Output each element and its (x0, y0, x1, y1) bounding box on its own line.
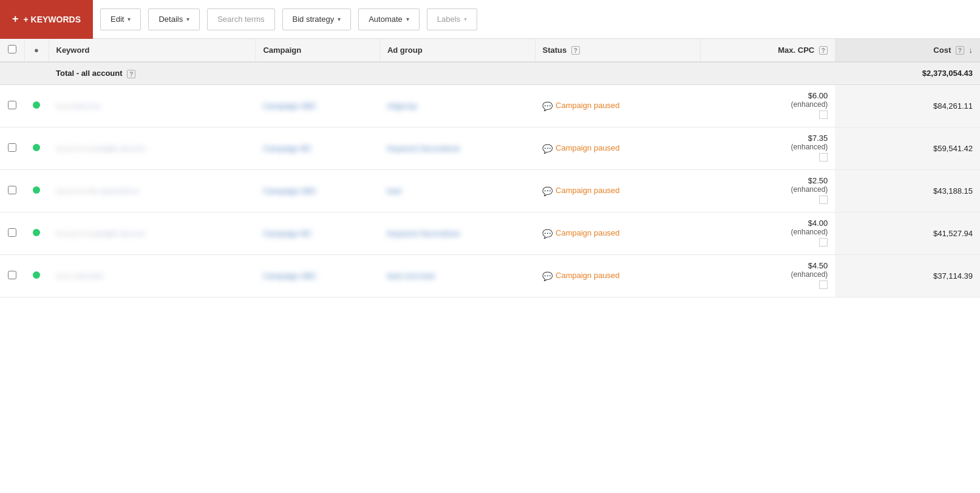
cost-sort-icon[interactable]: ↓ (969, 46, 973, 55)
row2-cost-value: $59,541.42 (933, 144, 973, 153)
row3-cost-value: $43,188.15 (933, 186, 973, 195)
total-maxcpc-cell (701, 62, 835, 84)
row1-adgroup-cell: Adgroup (379, 84, 535, 127)
row2-cpc-enhanced: (enhanced) (708, 143, 828, 151)
row4-status-text: Campaign paused (556, 228, 620, 237)
row5-cpc-amount: $4.50 (708, 261, 828, 270)
row3-status-cell: 💬 Campaign paused (535, 169, 701, 212)
total-status-cell (535, 62, 701, 84)
row1-cpc-edit[interactable] (708, 110, 828, 121)
row5-keyword-cell: kwd cont kwd (49, 254, 256, 297)
row4-checkbox[interactable] (8, 228, 16, 237)
row2-campaign-cell: Campaign BC (256, 127, 380, 169)
row3-cpc-amount: $2.50 (708, 176, 828, 185)
row2-adgroup-text[interactable]: Keyword Secondone (387, 144, 460, 153)
details-button[interactable]: Details ▾ (148, 8, 200, 30)
bid-strategy-arrow-icon: ▾ (338, 16, 341, 22)
row4-cost-cell: $41,527.94 (835, 212, 980, 254)
row4-edit-pencil-icon[interactable] (819, 238, 828, 246)
dot-icon: ● (34, 46, 39, 55)
details-label: Details (158, 15, 183, 24)
row3-status-text: Campaign paused (556, 186, 620, 195)
row3-campaign-text[interactable]: Campaign ABC (263, 186, 317, 195)
row4-campaign-cell: Campaign BC (256, 212, 380, 254)
row3-checkbox-cell (0, 169, 24, 212)
row3-chat-icon: 💬 (542, 186, 553, 196)
keywords-table: ● Keyword Campaign Ad group Status ? Max… (0, 39, 980, 298)
labels-label: Labels (437, 15, 460, 24)
row1-cpc-amount: $6.00 (708, 91, 828, 100)
select-all-checkbox[interactable] (8, 45, 16, 53)
row4-cost-value: $41,527.94 (933, 229, 973, 238)
total-label-cell: Total - all account ? (49, 62, 256, 84)
row1-adgroup-text[interactable]: Adgroup (387, 101, 417, 110)
edit-button[interactable]: Edit ▾ (100, 8, 141, 30)
row3-adgroup-text[interactable]: kwd (387, 186, 401, 195)
row4-campaign-text[interactable]: Campaign BC (263, 229, 312, 238)
row2-edit-pencil-icon[interactable] (819, 153, 828, 162)
bid-strategy-button[interactable]: Bid strategy ▾ (282, 8, 352, 30)
row5-cpc-enhanced: (enhanced) (708, 270, 828, 279)
cost-help-icon[interactable]: ? (956, 46, 964, 55)
row1-cost-value: $84,261.11 (933, 101, 973, 110)
row2-campaign-text[interactable]: Campaign BC (263, 144, 312, 153)
row4-adgroup-text[interactable]: Keyword Secondone (387, 229, 460, 238)
row2-status-text: Campaign paused (556, 143, 620, 152)
row1-edit-pencil-icon[interactable] (819, 110, 828, 119)
status-help-icon[interactable]: ? (571, 46, 580, 55)
row3-cpc-edit[interactable] (708, 195, 828, 206)
row1-checkbox-cell (0, 84, 24, 127)
row5-cpc-edit[interactable] (708, 280, 828, 291)
row4-checkbox-cell (0, 212, 24, 254)
row1-keyword-text: keyword one (56, 101, 101, 110)
total-help-icon[interactable]: ? (127, 70, 135, 78)
row1-checkbox[interactable] (8, 101, 16, 109)
row1-status-cell: 💬 Campaign paused (535, 84, 701, 127)
table-header: ● Keyword Campaign Ad group Status ? Max… (0, 39, 980, 62)
row4-chat-icon: 💬 (542, 229, 553, 239)
row4-cpc-edit[interactable] (708, 238, 828, 248)
total-cost-cell: $2,373,054.43 (835, 62, 980, 84)
keywords-button[interactable]: + + KEYWORDS (0, 0, 93, 39)
plus-icon: + (12, 13, 19, 25)
row3-campaign-cell: Campaign ABC (256, 169, 380, 212)
row1-status-dot (33, 101, 40, 109)
row5-status-paused: 💬 Campaign paused (542, 271, 693, 281)
table-row: keyword one Campaign ABC Adgroup 💬 Campa… (0, 84, 980, 127)
row5-chat-icon: 💬 (542, 271, 553, 281)
row5-campaign-text[interactable]: Campaign ABC (263, 271, 317, 280)
row1-maxcpc-cell: $6.00 (enhanced) (701, 84, 835, 127)
row5-adgroup-text[interactable]: kwd cont kwd (387, 271, 434, 280)
row2-cpc-edit[interactable] (708, 153, 828, 163)
row4-keyword-cell: keyword example second (49, 212, 256, 254)
row5-adgroup-cell: kwd cont kwd (379, 254, 535, 297)
table-row: keyword example second Campaign BC Keywo… (0, 212, 980, 254)
row2-maxcpc-cell: $7.35 (enhanced) (701, 127, 835, 169)
row3-status-paused: 💬 Campaign paused (542, 186, 693, 196)
table-row: keyword example second Campaign BC Keywo… (0, 127, 980, 169)
row4-maxcpc-cell: $4.00 (enhanced) (701, 212, 835, 254)
row3-checkbox[interactable] (8, 186, 16, 194)
automate-button[interactable]: Automate ▾ (358, 8, 420, 30)
row5-checkbox[interactable] (8, 271, 16, 279)
row1-campaign-text[interactable]: Campaign ABC (263, 101, 317, 110)
labels-button[interactable]: Labels ▾ (427, 8, 477, 30)
row5-edit-pencil-icon[interactable] (819, 280, 828, 289)
row2-checkbox[interactable] (8, 143, 16, 152)
row1-status-paused: 💬 Campaign paused (542, 101, 693, 111)
row2-cost-cell: $59,541.42 (835, 127, 980, 169)
keywords-label: + KEYWORDS (24, 15, 81, 24)
search-terms-button[interactable]: Search terms (207, 8, 274, 30)
row2-status-dot (33, 144, 40, 151)
row3-cpc-enhanced: (enhanced) (708, 185, 828, 194)
row1-keyword-cell: keyword one (49, 84, 256, 127)
bid-strategy-label: Bid strategy (293, 15, 335, 24)
row4-status-cell: 💬 Campaign paused (535, 212, 701, 254)
row3-maxcpc-cell: $2.50 (enhanced) (701, 169, 835, 212)
header-dot-col: ● (24, 39, 49, 62)
row2-status-paused: 💬 Campaign paused (542, 143, 693, 154)
maxcpc-help-icon[interactable]: ? (819, 46, 828, 55)
row3-edit-pencil-icon[interactable] (819, 195, 828, 204)
table-body: Total - all account ? $2,373,054.43 (0, 62, 980, 297)
row2-cpc-amount: $7.35 (708, 134, 828, 143)
